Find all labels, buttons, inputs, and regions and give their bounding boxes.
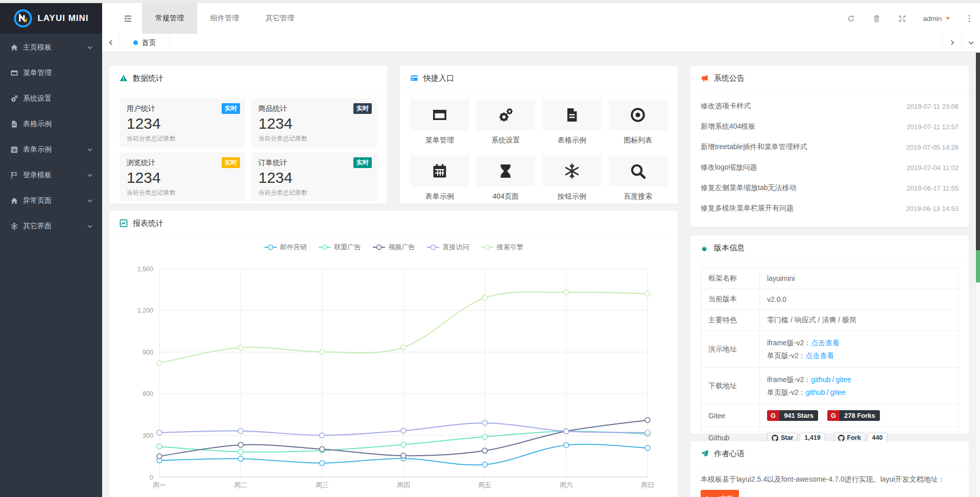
stat-card-orders: 订单统计 实时 1234 当前分类总记录数: [251, 152, 377, 201]
panel-report-chart: 报表统计 邮件营销联盟广告视频广告直接访问搜索引擎 周一周二周三周四周五周六周日…: [109, 211, 678, 497]
home-icon: [10, 43, 18, 52]
fire-icon: [701, 244, 709, 252]
collapse-sidebar-icon[interactable]: [113, 3, 142, 34]
active-tab-dot: [133, 40, 138, 45]
demo-onepage-link[interactable]: 点击查看: [805, 351, 834, 360]
download-gitee-link[interactable]: gitee: [830, 388, 846, 396]
panel-quick-entry: 快捷入口 菜单管理 系统设置 表格示例: [400, 66, 678, 204]
svg-text:300: 300: [142, 432, 153, 439]
tab-home[interactable]: 首页: [120, 34, 170, 52]
notice-item[interactable]: 修复多模块菜单栏展开有问题 2019-06-13 14:53: [701, 198, 959, 219]
header-tab-other[interactable]: 其它管理: [252, 3, 307, 34]
gitee-logo-icon: G: [767, 410, 779, 421]
quick-item-form-example[interactable]: 表单示例: [410, 155, 469, 201]
paper-plane-icon: [701, 449, 709, 458]
quick-item-system-settings[interactable]: 系统设置: [476, 99, 536, 145]
header-tab-components[interactable]: 组件管理: [197, 3, 252, 34]
file-icon: [10, 120, 18, 128]
demo-iframe-link[interactable]: 点击查看: [811, 339, 840, 347]
header-tab-general[interactable]: 常规管理: [142, 3, 197, 34]
chevron-down-icon: [87, 44, 93, 51]
chevron-down-icon: [87, 198, 93, 204]
gitee-forks-badge[interactable]: G278 Forks: [827, 410, 880, 421]
quick-item-table-example[interactable]: 表格示例: [542, 99, 602, 145]
notice-item[interactable]: 修改logo缩放问题 2019-07-04 11:02: [701, 157, 959, 178]
tab-strip-filler: [170, 34, 942, 52]
table-row: 下载地址 iframe版-v2：github/gitee 单页版-v2：gith…: [701, 368, 959, 405]
tabs-scroll-right-icon[interactable]: [942, 34, 961, 52]
scrollbar-thumb[interactable]: [976, 53, 980, 250]
github-octocat-icon: [838, 435, 845, 441]
file-icon: [564, 107, 580, 123]
chevron-down-icon: [87, 147, 93, 153]
svg-text:0: 0: [150, 474, 153, 481]
refresh-icon[interactable]: [838, 3, 864, 34]
user-menu[interactable]: admin: [915, 3, 959, 34]
sidebar: LAYUI MINI 主页模板 菜单管理 系统设置 表格示例 表单: [0, 3, 102, 497]
panel-title: 快捷入口: [423, 74, 454, 83]
svg-text:周三: 周三: [316, 481, 329, 489]
status-badge: 实时: [222, 103, 240, 114]
tab-strip: 首页: [102, 34, 980, 52]
tabs-menu-icon[interactable]: [961, 34, 980, 52]
trash-icon[interactable]: [864, 3, 889, 34]
quick-item-button-example[interactable]: 按钮示例: [542, 155, 602, 201]
table-row: 演示地址 iframe版-v2：点击查看 单页版-v2：点击查看: [701, 331, 959, 368]
notice-item[interactable]: 新增treetable插件和菜单管理样式 2019-07-05 14:28: [701, 137, 959, 157]
sidebar-item-menu-management[interactable]: 菜单管理: [0, 60, 102, 86]
svg-text:周二: 周二: [234, 481, 247, 489]
status-badge: 实时: [222, 157, 240, 168]
snowflake-icon: [564, 163, 580, 179]
gears-icon: [10, 94, 18, 103]
download-github-link[interactable]: github: [805, 388, 825, 396]
quick-item-baidu-search[interactable]: 百度搜索: [609, 155, 668, 201]
scrollbar-green-segment[interactable]: [976, 250, 980, 282]
notice-item[interactable]: 新增系统404模板 2019-07-11 12:57: [701, 116, 959, 137]
top-header: 常规管理 组件管理 其它管理 admin: [102, 3, 980, 34]
panel-title: 系统公告: [714, 74, 745, 83]
gitee-logo-icon: G: [827, 410, 840, 421]
hourglass-icon: [497, 163, 514, 179]
app-title: LAYUI MINI: [37, 13, 88, 23]
quick-item-404-page[interactable]: 404页面: [476, 155, 536, 201]
quick-item-menu-management[interactable]: 菜单管理: [410, 99, 469, 145]
svg-text:1,500: 1,500: [137, 266, 153, 273]
status-badge: 实时: [353, 103, 372, 114]
gears-icon: [497, 107, 514, 123]
sidebar-item-form-example[interactable]: 表单示例: [0, 137, 102, 162]
bullhorn-icon: [701, 74, 709, 82]
layui-doc-button[interactable]: layui文档: [701, 490, 739, 497]
status-badge: 实时: [353, 157, 372, 168]
sidebar-item-error-pages[interactable]: 异常页面: [0, 188, 102, 214]
snowflake-icon: [10, 222, 18, 230]
download-github-link[interactable]: github: [811, 375, 830, 384]
credit-card-icon: [410, 74, 418, 82]
table-row: Gitee G941 Stars G278 Forks: [701, 405, 959, 427]
stat-card-products: 商品统计 实时 1234 当前分类总记录数: [251, 98, 377, 147]
search-icon: [630, 163, 646, 179]
version-table: 框架名称 layuimini 当前版本 v2.0.0 主要特色 零门槛 / 响应…: [701, 268, 959, 449]
notice-item[interactable]: 修复左侧菜单缩放tab无法移动 2019-06-17 11:55: [701, 178, 959, 198]
flag-icon: [10, 171, 18, 179]
tabs-scroll-left-icon[interactable]: [102, 34, 120, 52]
sidebar-item-other-ui[interactable]: 其它界面: [0, 214, 102, 239]
gitee-stars-badge[interactable]: G941 Stars: [767, 410, 818, 421]
stat-card-users: 用户统计 实时 1234 当前分类总记录数: [119, 98, 245, 147]
table-row: 当前版本 v2.0.0: [701, 289, 959, 310]
logo: LAYUI MINI: [0, 3, 102, 34]
more-options-icon[interactable]: [959, 3, 980, 34]
sidebar-item-login-template[interactable]: 登录模板: [0, 162, 102, 188]
quick-item-icon-list[interactable]: 图标列表: [609, 99, 668, 145]
fullscreen-icon[interactable]: [889, 3, 915, 34]
sidebar-item-system-settings[interactable]: 系统设置: [0, 86, 102, 111]
warning-triangle-icon: [119, 74, 128, 82]
sidebar-item-table-example[interactable]: 表格示例: [0, 111, 102, 137]
username: admin: [923, 15, 942, 22]
window-icon: [10, 69, 18, 77]
panel-announcements: 系统公告 修改选项卡样式 2019-07-11 23:06 新增系统404模板 …: [690, 66, 969, 227]
download-gitee-link[interactable]: gitee: [835, 375, 851, 384]
page-content: 数据统计 用户统计 实时 1234 当前分类总记录数 商品统计 实时 1234 …: [102, 52, 980, 497]
sidebar-item-home-template[interactable]: 主页模板: [0, 35, 102, 60]
notice-item[interactable]: 修改选项卡样式 2019-07-11 23:06: [701, 96, 959, 116]
calendar-icon: [432, 163, 448, 179]
